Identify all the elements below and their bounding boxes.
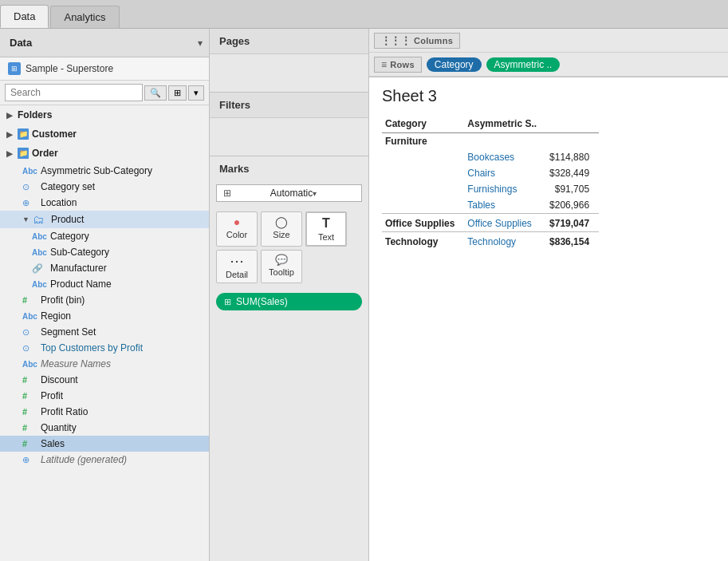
search-input[interactable] bbox=[5, 84, 143, 101]
hash-icon-profitratio: # bbox=[22, 407, 37, 417]
abc-icon-measurenames: Abc bbox=[22, 360, 37, 369]
customer-label: Customer bbox=[32, 128, 77, 140]
sort-button[interactable]: ▾ bbox=[188, 85, 204, 101]
tooltip-bubble-icon: 💬 bbox=[275, 254, 288, 266]
set-icon-segment: ⊙ bbox=[22, 327, 37, 338]
text-T-icon: T bbox=[322, 216, 330, 231]
segment-set-label: Segment Set bbox=[41, 326, 96, 338]
category-cell bbox=[382, 165, 464, 181]
pages-label: Pages bbox=[210, 29, 368, 54]
table-row: Furnishings $91,705 bbox=[382, 181, 599, 197]
data-list: ▶ Folders ▶ 📁 Customer ▶ 📁 Order Abc Asy… bbox=[0, 105, 209, 561]
set-icon-category: ⊙ bbox=[22, 182, 37, 192]
list-item-top-customers[interactable]: ⊙ Top Customers by Profit bbox=[0, 340, 209, 356]
rows-asymmetric-label: Asymmetric .. bbox=[494, 59, 553, 70]
datasource-icon: ⊞ bbox=[8, 62, 21, 75]
sub-cell: Office Supplies bbox=[464, 214, 546, 232]
hash-icon-profit: # bbox=[22, 391, 37, 401]
pill-table-icon: ⊞ bbox=[224, 297, 231, 307]
list-item-quantity[interactable]: # Quantity bbox=[0, 420, 209, 436]
list-item-category-set[interactable]: ⊙ Category set bbox=[0, 179, 209, 195]
folders-label: Folders bbox=[18, 109, 52, 120]
detail-mark-button[interactable]: ⋯ Detail bbox=[216, 250, 258, 283]
search-button[interactable]: 🔍 bbox=[144, 85, 167, 101]
hash-icon-profitbin: # bbox=[22, 295, 37, 305]
category-cell bbox=[382, 149, 464, 165]
table-row: Furniture bbox=[382, 133, 599, 150]
list-item-location[interactable]: ⊕ Location bbox=[0, 195, 209, 211]
customer-arrow: ▶ bbox=[6, 130, 13, 139]
sub-cell: Bookcases bbox=[464, 149, 546, 165]
rows-asymmetric-pill[interactable]: Asymmetric .. bbox=[486, 57, 561, 72]
customer-folder-icon: 📁 bbox=[18, 128, 29, 140]
category-cell: Furniture bbox=[382, 133, 464, 150]
rows-category-pill[interactable]: Category bbox=[427, 57, 482, 72]
folder-icon-product: 🗂 bbox=[33, 213, 47, 226]
list-item-product[interactable]: ▼ 🗂 Product bbox=[0, 211, 209, 228]
size-mark-button[interactable]: ◯ Size bbox=[261, 211, 302, 247]
left-panel-header: Data ▾ bbox=[0, 29, 209, 57]
tab-analytics[interactable]: Analytics bbox=[50, 6, 119, 28]
panel-options-icon[interactable]: ▾ bbox=[191, 38, 209, 49]
marks-type-dropdown[interactable]: ⊞ Automatic ▾ bbox=[216, 184, 362, 202]
list-item-sub-category[interactable]: Abc Sub-Category bbox=[0, 244, 209, 260]
sum-sales-pill[interactable]: ⊞ SUM(Sales) bbox=[216, 293, 362, 310]
sales-label: Sales bbox=[41, 438, 65, 449]
list-item-region[interactable]: Abc Region bbox=[0, 308, 209, 324]
region-label: Region bbox=[41, 310, 71, 322]
folders-section[interactable]: ▶ Folders bbox=[0, 105, 209, 124]
product-label: Product bbox=[51, 214, 84, 225]
customer-section[interactable]: ▶ 📁 Customer bbox=[0, 124, 209, 144]
marks-buttons-area: ● Color ◯ Size T Text ⋯ Detail 💬 bbox=[210, 205, 368, 290]
main-layout: Data ▾ ⊞ Sample - Superstore 🔍 ⊞ ▾ ▶ Fol… bbox=[0, 29, 728, 561]
list-item-product-name[interactable]: Abc Product Name bbox=[0, 276, 209, 292]
list-item-profit-ratio[interactable]: # Profit Ratio bbox=[0, 404, 209, 420]
text-label: Text bbox=[318, 232, 334, 242]
columns-label: ⋮⋮⋮ Columns bbox=[374, 33, 460, 49]
list-item-latitude[interactable]: ⊕ Latitude (generated) bbox=[0, 452, 209, 468]
profit-ratio-label: Profit Ratio bbox=[41, 406, 88, 417]
col-header-category: Category bbox=[382, 115, 464, 133]
size-label: Size bbox=[273, 230, 289, 239]
list-item-asymmetric-sub-category[interactable]: Abc Asymmetric Sub-Category bbox=[0, 163, 209, 179]
detail-label: Detail bbox=[226, 270, 248, 279]
order-section[interactable]: ▶ 📁 Order bbox=[0, 144, 209, 163]
geo-icon-latitude: ⊕ bbox=[22, 455, 37, 465]
sub-cell: Tables bbox=[464, 197, 546, 214]
abc-icon-subcategory: Abc bbox=[32, 248, 46, 257]
latitude-label: Latitude (generated) bbox=[41, 454, 127, 465]
category-cell: Technology bbox=[382, 232, 464, 251]
rows-shelf: ≡ Rows Category Asymmetric .. bbox=[369, 53, 728, 77]
pages-area: Pages bbox=[210, 29, 368, 93]
list-item-segment-set[interactable]: ⊙ Segment Set bbox=[0, 324, 209, 340]
detail-dots-icon: ⋯ bbox=[230, 254, 244, 268]
list-item-sales[interactable]: # Sales bbox=[0, 436, 209, 452]
table-row: Tables $206,966 bbox=[382, 197, 599, 214]
rows-label: ≡ Rows bbox=[374, 57, 422, 73]
list-item-manufacturer[interactable]: 🔗 Manufacturer bbox=[0, 260, 209, 276]
list-item-profit-bin[interactable]: # Profit (bin) bbox=[0, 292, 209, 308]
hash-icon-discount: # bbox=[22, 375, 37, 385]
list-item-category[interactable]: Abc Category bbox=[0, 228, 209, 244]
abc-icon-productname: Abc bbox=[32, 280, 46, 289]
sub-cell: Chairs bbox=[464, 165, 546, 181]
order-folder-icon: 📁 bbox=[18, 148, 29, 159]
product-name-label: Product Name bbox=[50, 279, 112, 290]
quantity-label: Quantity bbox=[41, 422, 77, 433]
text-mark-button[interactable]: T Text bbox=[305, 211, 347, 247]
geo-icon-location: ⊕ bbox=[22, 198, 37, 208]
tooltip-mark-button[interactable]: 💬 Tooltip bbox=[261, 250, 302, 283]
table-row: Bookcases $114,880 bbox=[382, 149, 599, 165]
sub-category-label: Sub-Category bbox=[50, 247, 109, 258]
top-tab-bar: Data Analytics bbox=[0, 0, 728, 29]
color-mark-button[interactable]: ● Color bbox=[216, 211, 258, 247]
tooltip-label: Tooltip bbox=[269, 267, 294, 277]
filters-area: Filters bbox=[210, 93, 368, 156]
tab-data[interactable]: Data bbox=[0, 5, 49, 28]
list-item-discount[interactable]: # Discount bbox=[0, 372, 209, 388]
list-item-profit[interactable]: # Profit bbox=[0, 388, 209, 404]
value-cell: $114,880 bbox=[546, 149, 599, 165]
list-item-measure-names[interactable]: Abc Measure Names bbox=[0, 356, 209, 372]
datasource-row[interactable]: ⊞ Sample - Superstore bbox=[0, 57, 209, 81]
view-toggle-button[interactable]: ⊞ bbox=[168, 85, 187, 101]
